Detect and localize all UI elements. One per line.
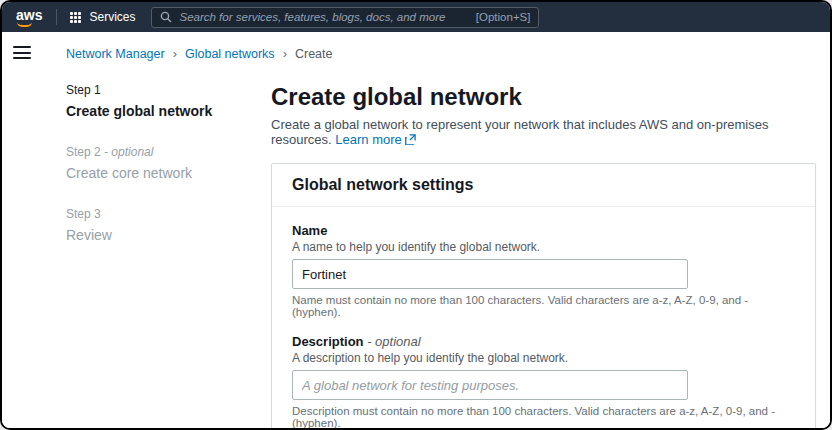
description-field-group: Description - optional A description to …	[292, 334, 795, 428]
description-hint: A description to help you identify the g…	[292, 351, 795, 365]
breadcrumb: Network Manager › Global networks › Crea…	[66, 46, 816, 61]
step-3-item[interactable]: Step 3 Review	[66, 207, 271, 243]
learn-more-link[interactable]: Learn more	[335, 132, 415, 147]
name-field-group: Name A name to help you identify the glo…	[292, 223, 795, 318]
step-2-title[interactable]: Create core network	[66, 165, 271, 181]
description-input[interactable]	[292, 370, 688, 400]
name-constraint: Name must contain no more than 100 chara…	[292, 294, 795, 318]
menu-icon[interactable]	[13, 46, 31, 59]
step-3-title[interactable]: Review	[66, 227, 271, 243]
card-title: Global network settings	[292, 176, 795, 194]
nav-divider	[56, 9, 57, 25]
breadcrumb-separator-icon: ›	[173, 46, 177, 61]
step-3-label: Step 3	[66, 207, 271, 221]
side-menu-column	[2, 32, 42, 428]
global-network-settings-card: Global network settings Name A name to h…	[271, 163, 816, 428]
step-1-label: Step 1	[66, 83, 271, 97]
search-shortcut-hint: [Option+S]	[476, 11, 531, 23]
services-menu-button[interactable]: Services	[69, 10, 135, 24]
step-2-item[interactable]: Step 2 - optional Create core network	[66, 145, 271, 181]
step-1-title[interactable]: Create global network	[66, 103, 271, 119]
page-container: Network Manager › Global networks › Crea…	[42, 32, 830, 428]
card-header: Global network settings	[272, 164, 815, 207]
aws-logo[interactable]: aws	[14, 6, 44, 28]
body-row: Step 1 Create global network Step 2 - op…	[66, 83, 816, 428]
step-2-label: Step 2 - optional	[66, 145, 271, 159]
card-body: Name A name to help you identify the glo…	[272, 207, 815, 428]
services-grid-icon	[69, 11, 82, 24]
description-optional-suffix: - optional	[367, 334, 420, 349]
breadcrumb-link-global-networks[interactable]: Global networks	[185, 47, 275, 61]
search-icon	[160, 11, 172, 23]
content-area: Network Manager › Global networks › Crea…	[2, 32, 830, 428]
description-label: Description - optional	[292, 334, 795, 349]
name-hint: A name to help you identify the global n…	[292, 240, 795, 254]
search-input[interactable]: Search for services, features, blogs, do…	[151, 7, 539, 28]
breadcrumb-separator-icon: ›	[283, 46, 287, 61]
step-2-optional-suffix: - optional	[104, 145, 153, 159]
step-1-item[interactable]: Step 1 Create global network	[66, 83, 271, 119]
breadcrumb-current: Create	[295, 47, 333, 61]
breadcrumb-link-network-manager[interactable]: Network Manager	[66, 47, 165, 61]
search-placeholder: Search for services, features, blogs, do…	[179, 11, 468, 23]
top-navigation-bar: aws Services Search for services, featur…	[2, 2, 830, 32]
page-description: Create a global network to represent you…	[271, 117, 816, 147]
page-title: Create global network	[271, 83, 816, 111]
main-panel: Create global network Create a global ne…	[271, 83, 816, 428]
services-label: Services	[89, 10, 135, 24]
external-link-icon	[405, 134, 416, 145]
name-input[interactable]	[292, 259, 688, 289]
aws-logo-text: aws	[16, 7, 42, 23]
aws-smile-icon	[17, 22, 32, 27]
name-label: Name	[292, 223, 795, 238]
description-constraint: Description must contain no more than 10…	[292, 405, 795, 428]
app-window: aws Services Search for services, featur…	[0, 0, 832, 430]
steps-sidebar: Step 1 Create global network Step 2 - op…	[66, 83, 271, 428]
